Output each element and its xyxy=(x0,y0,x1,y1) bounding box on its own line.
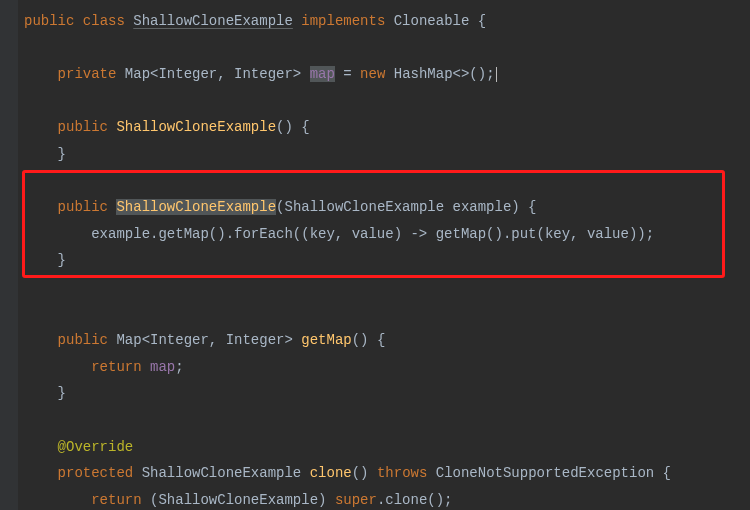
code-line: public ShallowCloneExample() { xyxy=(24,114,750,141)
code-line xyxy=(24,168,750,195)
code-line: protected ShallowCloneExample clone() th… xyxy=(24,460,750,487)
code-line: public ShallowCloneExample(ShallowCloneE… xyxy=(24,194,750,221)
text-caret xyxy=(496,67,497,82)
code-line: public Map<Integer, Integer> getMap() { xyxy=(24,327,750,354)
code-line: public class ShallowCloneExample impleme… xyxy=(24,8,750,35)
code-line xyxy=(24,407,750,434)
code-line xyxy=(24,88,750,115)
code-line: } xyxy=(24,380,750,407)
code-line: example.getMap().forEach((key, value) ->… xyxy=(24,221,750,248)
code-line xyxy=(24,35,750,62)
code-line xyxy=(24,274,750,301)
code-editor[interactable]: public class ShallowCloneExample impleme… xyxy=(0,8,750,510)
code-line: } xyxy=(24,247,750,274)
code-line: @Override xyxy=(24,434,750,461)
code-line: return map; xyxy=(24,354,750,381)
code-line xyxy=(24,301,750,328)
code-line: return (ShallowCloneExample) super.clone… xyxy=(24,487,750,510)
code-line: } xyxy=(24,141,750,168)
code-line: private Map<Integer, Integer> map = new … xyxy=(24,61,750,88)
